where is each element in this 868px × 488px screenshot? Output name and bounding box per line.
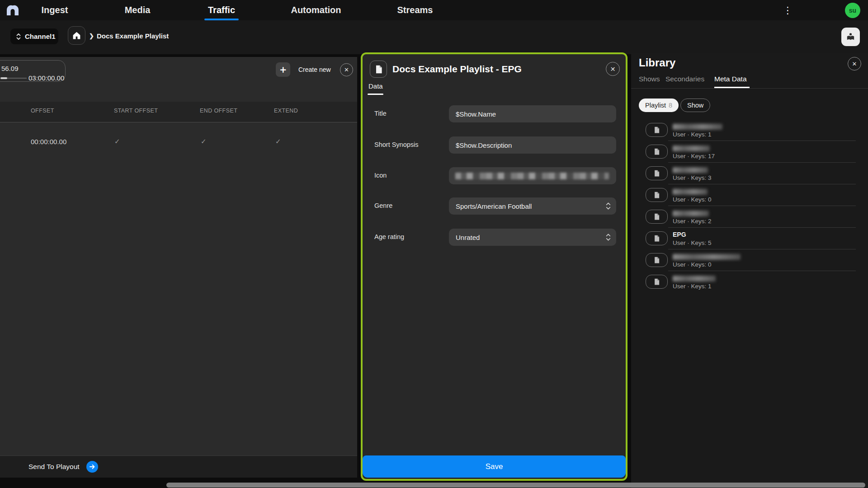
library-item-meta: User · Keys: 1 bbox=[673, 283, 712, 290]
document-icon bbox=[646, 231, 668, 245]
filter-playlist[interactable]: Playlist 8 bbox=[639, 99, 679, 112]
genre-select[interactable]: Sports/American Football bbox=[449, 197, 616, 215]
timeline-range-box[interactable]: 56.09 03:00:00.00 bbox=[0, 60, 66, 82]
library-item[interactable]: User · Keys: 0 bbox=[631, 249, 868, 271]
overflow-menu-icon[interactable]: ⋮ bbox=[780, 0, 795, 20]
library-item[interactable]: User · Keys: 1 bbox=[631, 119, 868, 141]
nav-tab-automation[interactable]: Automation bbox=[291, 0, 341, 20]
icon-field-label: Icon bbox=[374, 172, 387, 179]
redacted-name bbox=[673, 254, 741, 260]
document-icon bbox=[646, 123, 668, 137]
redacted-name bbox=[673, 276, 716, 282]
timebox-duration: 56.09 bbox=[1, 65, 19, 72]
send-to-playout-button[interactable]: Send To Playout bbox=[28, 461, 98, 473]
playlist-panel: 56.09 03:00:00.00 ＋ Create new ✕ OFFSET … bbox=[0, 57, 357, 478]
short-synopsis-input[interactable] bbox=[449, 136, 616, 154]
title-input[interactable] bbox=[449, 105, 616, 122]
genre-field-label: Genre bbox=[374, 202, 392, 209]
playlist-bottom-bar: Send To Playout bbox=[0, 455, 357, 478]
library-item-meta: User · Keys: 5 bbox=[673, 239, 712, 246]
library-toggle-button[interactable] bbox=[841, 28, 860, 46]
home-icon bbox=[72, 31, 81, 40]
send-to-playout-label: Send To Playout bbox=[28, 463, 80, 471]
library-item-meta: User · Keys: 17 bbox=[673, 153, 715, 160]
row-offset-value: 00:00:00.00 bbox=[31, 138, 66, 145]
redacted-name bbox=[673, 167, 708, 173]
modal-close-button[interactable]: ✕ bbox=[606, 62, 620, 76]
redacted-name bbox=[673, 211, 709, 216]
document-icon bbox=[370, 61, 387, 78]
library-item[interactable]: User · Keys: 2 bbox=[631, 206, 868, 228]
library-tab-meta-data[interactable]: Meta Data bbox=[714, 75, 747, 83]
timebox-end-time: 03:00:00.00 bbox=[28, 74, 64, 82]
breadcrumb-chevron-icon: ❯ bbox=[89, 33, 94, 39]
genre-select-value: Sports/American Football bbox=[456, 202, 606, 210]
age-rating-field-label: Age rating bbox=[374, 233, 404, 240]
user-avatar[interactable]: su bbox=[845, 3, 860, 18]
library-item[interactable]: User · Keys: 17 bbox=[631, 141, 868, 163]
updown-chevrons-icon bbox=[16, 33, 21, 40]
top-nav-bar: Ingest Media Traffic Automation Streams … bbox=[0, 0, 868, 20]
document-icon bbox=[646, 166, 668, 180]
nav-tab-media[interactable]: Media bbox=[125, 0, 151, 20]
home-button[interactable] bbox=[68, 26, 85, 45]
document-icon bbox=[646, 275, 668, 289]
timebox-progress-handle bbox=[0, 77, 7, 79]
library-panel: Library ✕ Shows Secondaries Meta Data Pl… bbox=[631, 53, 868, 488]
library-item-meta: User · Keys: 3 bbox=[673, 174, 712, 181]
column-header-extend: EXTEND bbox=[274, 108, 298, 114]
library-item-meta: User · Keys: 0 bbox=[673, 196, 712, 203]
document-icon bbox=[646, 188, 668, 202]
tab-underline bbox=[368, 94, 383, 95]
library-item[interactable]: User · Keys: 3 bbox=[631, 163, 868, 184]
library-tab-shows[interactable]: Shows bbox=[639, 75, 660, 83]
arrow-right-icon bbox=[86, 461, 98, 473]
horizontal-scrollbar-thumb[interactable] bbox=[166, 483, 865, 488]
filter-playlist-label: Playlist bbox=[645, 102, 666, 109]
breadcrumb-bar: Channel1 ❯ Docs Example Playlist bbox=[0, 20, 868, 54]
library-item[interactable]: User · Keys: 1 bbox=[631, 271, 868, 293]
divider bbox=[631, 88, 868, 89]
redacted-url-text bbox=[455, 173, 609, 179]
document-icon bbox=[646, 253, 668, 267]
modal-title: Docs Example Playlist - EPG bbox=[392, 64, 522, 75]
library-item-meta: User · Keys: 2 bbox=[673, 218, 712, 225]
library-close-button[interactable]: ✕ bbox=[848, 57, 861, 70]
check-icon: ✓ bbox=[201, 137, 207, 145]
table-row[interactable]: 00:00:00.00 ✓ ✓ ✓ bbox=[0, 123, 357, 146]
app-logo-icon[interactable] bbox=[5, 2, 20, 18]
nav-tab-traffic[interactable]: Traffic bbox=[208, 0, 235, 20]
document-icon bbox=[646, 145, 668, 159]
column-header-end-offset: END OFFSET bbox=[200, 108, 237, 114]
app-root: Ingest Media Traffic Automation Streams … bbox=[0, 0, 868, 488]
filter-show[interactable]: Show bbox=[680, 99, 710, 112]
short-synopsis-field-label: Short Synopsis bbox=[374, 141, 419, 148]
age-rating-select[interactable]: Unrated bbox=[449, 229, 616, 246]
column-header-start-offset: START OFFSET bbox=[114, 108, 158, 114]
library-title: Library bbox=[639, 56, 675, 69]
redacted-name bbox=[673, 189, 708, 195]
library-item-meta: User · Keys: 0 bbox=[673, 261, 712, 268]
library-list: User · Keys: 1 User · Keys: 17 User · Ke… bbox=[631, 119, 868, 293]
create-new-label[interactable]: Create new bbox=[298, 66, 331, 73]
reader-icon bbox=[845, 32, 856, 42]
library-item-name: EPG bbox=[673, 231, 686, 238]
create-new-button[interactable]: ＋ bbox=[276, 62, 290, 77]
save-button[interactable]: Save bbox=[363, 455, 626, 478]
check-icon: ✓ bbox=[275, 137, 281, 145]
library-tab-secondaries[interactable]: Secondaries bbox=[665, 75, 704, 83]
filter-show-label: Show bbox=[687, 102, 703, 109]
channel-selector[interactable]: Channel1 bbox=[10, 28, 58, 44]
tab-data[interactable]: Data bbox=[368, 82, 383, 90]
epg-editor-modal: Docs Example Playlist - EPG ✕ Data Title… bbox=[361, 52, 627, 481]
document-icon bbox=[646, 210, 668, 224]
channel-selector-label: Channel1 bbox=[25, 33, 56, 40]
nav-tab-ingest[interactable]: Ingest bbox=[42, 0, 68, 20]
close-panel-button[interactable]: ✕ bbox=[340, 63, 353, 76]
nav-tab-streams[interactable]: Streams bbox=[397, 0, 433, 20]
check-icon: ✓ bbox=[114, 137, 120, 145]
column-header-offset: OFFSET bbox=[31, 108, 54, 114]
library-item[interactable]: EPG User · Keys: 5 bbox=[631, 228, 868, 249]
select-chevrons-icon bbox=[606, 233, 611, 241]
library-item[interactable]: User · Keys: 0 bbox=[631, 184, 868, 206]
